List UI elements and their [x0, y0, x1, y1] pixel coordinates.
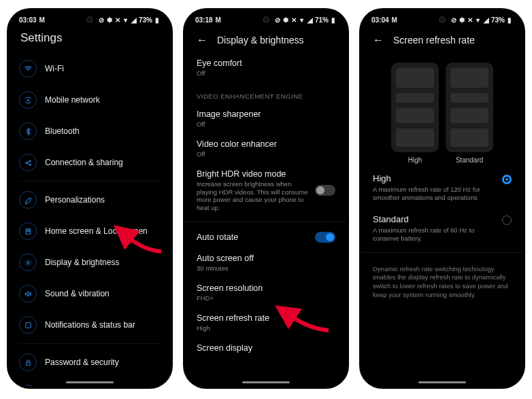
home-indicator[interactable] — [242, 381, 290, 383]
battery-pct: 73% — [491, 16, 505, 24]
settings-item-display-brightness[interactable]: Display & brightness — [10, 247, 170, 278]
settings-item-personalizations[interactable]: Personalizations — [10, 184, 170, 215]
toggle-auto-rotate[interactable] — [315, 232, 335, 243]
wifi-icon: ▾ — [122, 16, 129, 24]
svg-point-3 — [29, 164, 31, 165]
phone-refresh-rate: 03:04 M ⊘ ✽ ✕ ▾ ◢ 73% ▮ ← Screen refresh… — [359, 8, 525, 389]
preview-standard[interactable] — [446, 63, 493, 152]
option-standard[interactable]: Standard A maximum refresh rate of 60 Hz… — [362, 207, 522, 248]
settings-item-label: Display & brightness — [45, 258, 119, 267]
notification-icon — [19, 316, 37, 334]
row-auto-rotate[interactable]: Auto rotate — [186, 226, 346, 248]
row-eye-comfort[interactable]: Eye comfort Off — [186, 53, 346, 83]
preview-row: High Standard — [362, 53, 522, 167]
phone-settings: 03:03 M ⊘ ✽ ✕ ▾ ◢ 73% ▮ Settings Wi-Fi M… — [7, 8, 173, 389]
preview-label-standard: Standard — [446, 156, 493, 164]
signal-icon: ◢ — [483, 16, 490, 24]
settings-item-label: Mobile network — [45, 95, 100, 105]
gmail-icon: M — [392, 16, 397, 24]
page-title: Display & brightness — [217, 35, 304, 46]
settings-item-notifications[interactable]: Notifications & status bar — [10, 309, 170, 341]
row-screen-refresh-rate[interactable]: Screen refresh rate High — [186, 308, 346, 338]
settings-scroll[interactable]: Eye comfort Off VIDEO ENHANCEMENT ENGINE… — [186, 53, 346, 386]
dnd-icon: ⊘ — [98, 16, 105, 24]
battery-icon: ▮ — [506, 16, 513, 24]
phone-display-brightness: 03:18 M ⊘ ✽ ✕ ▾ ◢ 71% ▮ ← Display & brig… — [183, 8, 349, 389]
gmail-icon: M — [39, 16, 45, 24]
settings-item-label: Sound & vibration — [45, 289, 110, 298]
settings-item-mobile-network[interactable]: Mobile network — [10, 84, 170, 116]
bt-mute-icon: ✽ — [282, 16, 289, 24]
row-screen-resolution[interactable]: Screen resolution FHD+ — [186, 278, 346, 308]
svg-point-1 — [25, 162, 27, 163]
settings-item-label: Password & security — [45, 358, 119, 367]
shield-icon — [19, 385, 37, 386]
settings-item-label: Bluetooth — [45, 126, 80, 136]
row-bright-hdr[interactable]: Bright HDR video mode Increase screen br… — [186, 164, 346, 218]
settings-item-home-lock[interactable]: Home screen & Lock screen — [10, 215, 170, 247]
settings-item-wifi[interactable]: Wi-Fi — [10, 53, 170, 84]
share-icon — [19, 154, 37, 171]
clock: 03:04 — [371, 16, 389, 24]
settings-item-label: Home screen & Lock screen — [45, 226, 148, 236]
battery-pct: 73% — [139, 16, 152, 24]
row-screen-display[interactable]: Screen display — [186, 338, 346, 358]
clock: 03:03 — [19, 16, 37, 24]
divider — [19, 343, 161, 344]
row-video-color-enhancer[interactable]: Video color enhancer Off — [186, 134, 346, 164]
camera-notch — [263, 16, 269, 23]
svg-rect-5 — [27, 230, 29, 231]
app-header: ← Display & brightness — [186, 26, 346, 53]
dnd-icon: ⊘ — [450, 16, 457, 24]
settings-item-label: Notifications & status bar — [45, 320, 135, 330]
settings-item-password-security[interactable]: Password & security — [10, 347, 170, 378]
preview-high[interactable] — [391, 63, 439, 152]
bt-mute-icon: ✽ — [106, 16, 113, 24]
svg-point-0 — [27, 99, 29, 101]
option-high[interactable]: High A maximum refresh rate of 120 Hz fo… — [362, 167, 522, 207]
signal-icon: ◢ — [307, 16, 314, 24]
home-indicator[interactable] — [418, 381, 466, 383]
toggle-bright-hdr[interactable] — [315, 185, 335, 196]
divider — [19, 181, 161, 181]
bluetooth-icon — [19, 122, 37, 140]
settings-item-label: Wi-Fi — [45, 64, 64, 73]
row-auto-screen-off[interactable]: Auto screen off 30 minutes — [186, 248, 346, 278]
preview-label-high: High — [391, 156, 439, 164]
brush-icon — [19, 191, 37, 209]
settings-item-label: Personalizations — [45, 195, 105, 205]
vibrate-icon: ✕ — [467, 16, 473, 24]
battery-icon: ▮ — [154, 16, 161, 24]
radio-high[interactable] — [502, 175, 512, 184]
battery-pct: 71% — [315, 16, 329, 24]
back-icon[interactable]: ← — [373, 34, 384, 46]
wifi-icon: ▾ — [475, 16, 482, 24]
divider — [186, 222, 346, 222]
vibrate-icon: ✕ — [290, 16, 297, 24]
signal-icon: ◢ — [131, 16, 137, 24]
page-title: Screen refresh rate — [393, 35, 475, 46]
battery-icon: ▮ — [330, 16, 337, 24]
back-icon[interactable]: ← — [197, 34, 207, 46]
camera-notch — [439, 16, 446, 23]
lock-icon — [19, 353, 37, 371]
divider — [362, 252, 522, 253]
home-icon — [19, 222, 37, 240]
wifi-icon — [19, 60, 37, 77]
section-video-enhancement: VIDEO ENHANCEMENT ENGINE — [186, 83, 346, 104]
bt-mute-icon: ✽ — [459, 16, 465, 24]
radio-standard[interactable] — [502, 215, 512, 225]
page-title: Settings — [10, 26, 170, 53]
home-indicator[interactable] — [66, 381, 114, 383]
svg-rect-7 — [25, 322, 31, 328]
sound-icon — [19, 285, 37, 302]
settings-item-sound-vibration[interactable]: Sound & vibration — [10, 278, 170, 309]
app-header: ← Screen refresh rate — [362, 26, 522, 53]
camera-notch — [86, 16, 93, 23]
settings-item-connection-sharing[interactable]: Connection & sharing — [10, 147, 170, 178]
row-image-sharpener[interactable]: Image sharpener Off — [186, 104, 346, 134]
settings-list[interactable]: Wi-Fi Mobile network Bluetooth Connectio… — [10, 53, 170, 386]
info-text: Dynamic refresh rate switching technolog… — [362, 257, 522, 305]
settings-item-bluetooth[interactable]: Bluetooth — [10, 116, 170, 147]
wifi-icon: ▾ — [299, 16, 305, 24]
